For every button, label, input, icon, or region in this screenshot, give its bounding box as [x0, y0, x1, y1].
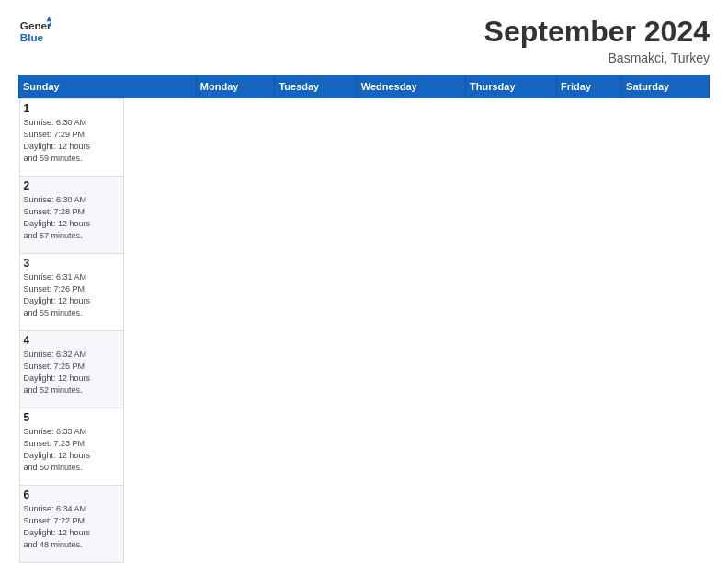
header: General Blue September 2024 Basmakci, Tu… [18, 15, 710, 65]
col-monday: Monday [196, 75, 275, 98]
month-title: September 2024 [484, 15, 710, 49]
day-info: Sunrise: 6:31 AMSunset: 7:26 PMDaylight:… [24, 271, 119, 319]
day-number: 3 [24, 257, 119, 270]
header-row: Sunday Monday Tuesday Wednesday Thursday… [19, 75, 710, 98]
day-info: Sunrise: 6:32 AMSunset: 7:25 PMDaylight:… [24, 349, 119, 396]
day-number: 5 [24, 411, 119, 424]
day-info: Sunrise: 6:30 AMSunset: 7:28 PMDaylight:… [24, 194, 119, 242]
location: Basmakci, Turkey [484, 51, 710, 65]
col-wednesday: Wednesday [357, 75, 465, 98]
day-number: 6 [24, 488, 119, 501]
calendar-week: 1 Sunrise: 6:30 AMSunset: 7:29 PMDayligh… [19, 98, 710, 564]
col-tuesday: Tuesday [275, 75, 357, 98]
day-cell: 2 Sunrise: 6:30 AMSunset: 7:28 PMDayligh… [19, 177, 123, 254]
day-cell: 3 Sunrise: 6:31 AMSunset: 7:26 PMDayligh… [19, 254, 123, 331]
page: General Blue September 2024 Basmakci, Tu… [0, 0, 728, 563]
day-cell: 5 Sunrise: 6:33 AMSunset: 7:23 PMDayligh… [19, 408, 123, 486]
svg-text:Blue: Blue [20, 31, 44, 43]
day-cell: 6 Sunrise: 6:34 AMSunset: 7:22 PMDayligh… [19, 486, 123, 563]
logo: General Blue [18, 15, 51, 48]
day-cell: 4 Sunrise: 6:32 AMSunset: 7:25 PMDayligh… [19, 331, 123, 408]
day-info: Sunrise: 6:33 AMSunset: 7:23 PMDaylight:… [24, 426, 119, 474]
day-number: 2 [24, 179, 119, 192]
day-info: Sunrise: 6:34 AMSunset: 7:22 PMDaylight:… [24, 503, 119, 551]
col-thursday: Thursday [466, 75, 557, 98]
day-info: Sunrise: 6:30 AMSunset: 7:29 PMDaylight:… [24, 117, 119, 165]
col-sunday: Sunday [19, 75, 197, 98]
col-friday: Friday [557, 75, 622, 98]
calendar-table: Sunday Monday Tuesday Wednesday Thursday… [18, 75, 710, 563]
day-cell: 1 Sunrise: 6:30 AMSunset: 7:29 PMDayligh… [19, 99, 123, 177]
title-block: September 2024 Basmakci, Turkey [484, 15, 710, 65]
col-saturday: Saturday [622, 75, 710, 98]
logo-icon: General Blue [18, 15, 51, 48]
day-number: 1 [24, 102, 119, 115]
day-number: 4 [24, 334, 119, 347]
